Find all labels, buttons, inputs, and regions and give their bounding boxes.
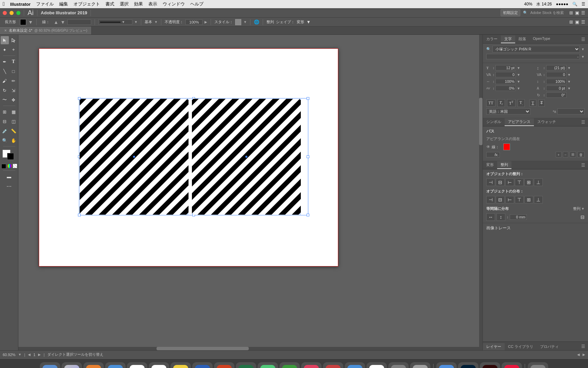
artboard-icon[interactable]: ▣ xyxy=(575,19,579,25)
dock-preview[interactable]: 🖼 xyxy=(436,362,457,368)
dist-value-input[interactable] xyxy=(510,214,527,220)
font-dropdown-arrow[interactable]: ▼ xyxy=(581,47,585,51)
underline-button[interactable]: T xyxy=(529,99,536,107)
horizontal-scrollbar[interactable] xyxy=(18,347,479,350)
align-bottom-btn[interactable]: ⊥ xyxy=(534,179,543,186)
status-right-icon[interactable]: ▶ xyxy=(583,353,585,356)
free-transform-tool[interactable]: ✥ xyxy=(10,96,18,104)
dock-creative-cloud[interactable]: Cc xyxy=(502,362,522,368)
striped-rect-left[interactable] xyxy=(80,99,189,215)
tracking-pct-arrow[interactable]: ▼ xyxy=(517,87,520,90)
fx-input[interactable] xyxy=(486,152,500,157)
dock-settings[interactable]: ⚙ xyxy=(388,362,409,368)
tab-cc-libraries[interactable]: CC ライブラリ xyxy=(505,343,537,350)
menu-edit[interactable]: 編集 xyxy=(59,1,68,7)
dock-launchpad[interactable]: 🚀 xyxy=(83,362,104,368)
align-btn[interactable]: 整列 xyxy=(266,19,274,25)
dock-powerpoint[interactable]: P xyxy=(214,362,234,368)
magic-wand-tool[interactable]: ✦ xyxy=(1,46,9,54)
appearance-menu-icon[interactable]: ☰ xyxy=(578,118,588,126)
hscale-arrow[interactable]: ▼ xyxy=(517,80,520,83)
graph-tool[interactable]: ▦ xyxy=(10,108,18,116)
more-tools-btn[interactable]: ··· xyxy=(6,183,12,190)
screen-mode-btn[interactable]: ▬ xyxy=(5,172,13,181)
tab-color[interactable]: カラー xyxy=(483,35,501,43)
font-size-input[interactable] xyxy=(495,65,516,71)
status-left-icon[interactable]: ◀ xyxy=(577,353,580,356)
globe-icon[interactable]: 🌐 xyxy=(254,19,259,25)
stroke-value-input[interactable] xyxy=(67,19,91,25)
leading-input[interactable] xyxy=(546,65,567,71)
add-appearance-btn[interactable]: + xyxy=(556,152,561,157)
zoom-down-icon[interactable]: ▼ xyxy=(18,353,21,356)
line-tool[interactable]: ╲ xyxy=(1,67,9,75)
tt-button[interactable]: TT xyxy=(486,99,495,107)
anti-alias-dropdown[interactable] xyxy=(557,108,585,114)
tracking-pct-input[interactable] xyxy=(495,86,516,91)
stroke-swatch[interactable] xyxy=(7,153,14,160)
transform-arrow-icon[interactable]: ▼ xyxy=(306,19,311,25)
transform-btn[interactable]: 変形 xyxy=(297,19,304,25)
hand-tool[interactable]: ✋ xyxy=(10,136,18,144)
dist-left-btn[interactable]: ⊣ xyxy=(486,196,495,203)
tab-properties[interactable]: プロパティ xyxy=(537,343,562,350)
dist-target-icon[interactable]: ⊟ xyxy=(581,214,585,220)
gradient-tool[interactable]: ◫ xyxy=(10,117,18,125)
dock-illustrator[interactable]: Ai xyxy=(480,362,500,368)
tab-layers[interactable]: レイヤー xyxy=(483,343,505,350)
dock-notes[interactable]: 📝 xyxy=(170,362,191,368)
layout-toggle-icon[interactable]: ⊞ xyxy=(569,19,573,25)
dock-appstore[interactable]: 🏪 xyxy=(345,362,365,368)
baseline-arrow[interactable]: ▼ xyxy=(568,87,571,90)
stroke-color-swatch[interactable] xyxy=(503,143,510,150)
tsub-button[interactable]: T. xyxy=(518,99,525,107)
kerning-arrow[interactable]: ▼ xyxy=(568,73,571,77)
align-target-arrow[interactable]: ▼ xyxy=(581,207,585,211)
document-tab[interactable]: ✕ 名称未設定-1* @ 60.92% (RGB/GPU プレビュー) xyxy=(0,27,92,34)
align-hcenter-btn[interactable]: ⊟ xyxy=(496,179,505,186)
dock-music[interactable]: 🎵 xyxy=(301,362,322,368)
tr-button[interactable]: Tr xyxy=(497,99,505,107)
tab-close-icon[interactable]: ✕ xyxy=(4,29,7,32)
panel-icon[interactable]: ▣ xyxy=(575,10,579,15)
striped-rect-right[interactable] xyxy=(192,99,301,215)
align-vcenter-btn[interactable]: ⊞ xyxy=(524,179,533,186)
tracking-arrow[interactable]: ▼ xyxy=(517,73,520,77)
direct-select-tool[interactable] xyxy=(10,36,18,44)
handle-outer-br[interactable] xyxy=(307,214,309,216)
lasso-tool[interactable]: ⌖ xyxy=(10,46,18,54)
equal-dist-v-btn[interactable]: ↕ xyxy=(496,213,505,221)
type-tool[interactable]: T xyxy=(10,58,18,66)
kerning-input[interactable] xyxy=(546,72,567,77)
style-swatch[interactable] xyxy=(235,19,241,25)
menu-type[interactable]: 書式 xyxy=(105,1,114,7)
font-style-input[interactable] xyxy=(486,54,580,59)
dock-word[interactable]: W xyxy=(192,362,213,368)
tab-opentype[interactable]: OpenType xyxy=(529,35,554,43)
pencil-tool[interactable]: ✏ xyxy=(10,77,18,85)
opacity-input[interactable] xyxy=(185,19,202,25)
align-right-btn[interactable]: ⊢ xyxy=(505,179,514,186)
tab-align[interactable]: 整列 xyxy=(497,161,511,169)
font-style-arrow[interactable]: ▼ xyxy=(581,55,585,59)
menu-icon[interactable]: ☰ xyxy=(581,10,585,15)
dock-chrome[interactable]: 🌐 xyxy=(366,362,387,368)
remove-appearance-btn[interactable]: − xyxy=(563,152,568,157)
hscale-input[interactable] xyxy=(495,79,516,84)
apple-menu[interactable]:  xyxy=(3,1,5,7)
vertical-scroll-thumb[interactable] xyxy=(479,98,483,145)
notification-icon[interactable]: ☰ xyxy=(582,2,585,6)
dist-hcenter-btn[interactable]: ⊟ xyxy=(496,196,505,203)
baseline-input[interactable] xyxy=(546,86,567,91)
equal-dist-h-btn[interactable]: ↔ xyxy=(486,213,495,221)
tab-character[interactable]: 文字 xyxy=(501,35,515,43)
tracking-input[interactable] xyxy=(495,72,516,77)
dock-excel[interactable]: X xyxy=(236,362,256,368)
tab-appearance[interactable]: アピアランス xyxy=(505,118,534,126)
canvas-content[interactable] xyxy=(80,99,307,215)
gradient-swatch[interactable] xyxy=(7,164,12,168)
measure-tool[interactable]: 📏 xyxy=(10,127,18,135)
tab-symbol[interactable]: シンボル xyxy=(483,118,505,126)
dock-calendar[interactable]: 📅 xyxy=(149,362,169,368)
align-menu-icon[interactable]: ☰ xyxy=(578,161,588,169)
